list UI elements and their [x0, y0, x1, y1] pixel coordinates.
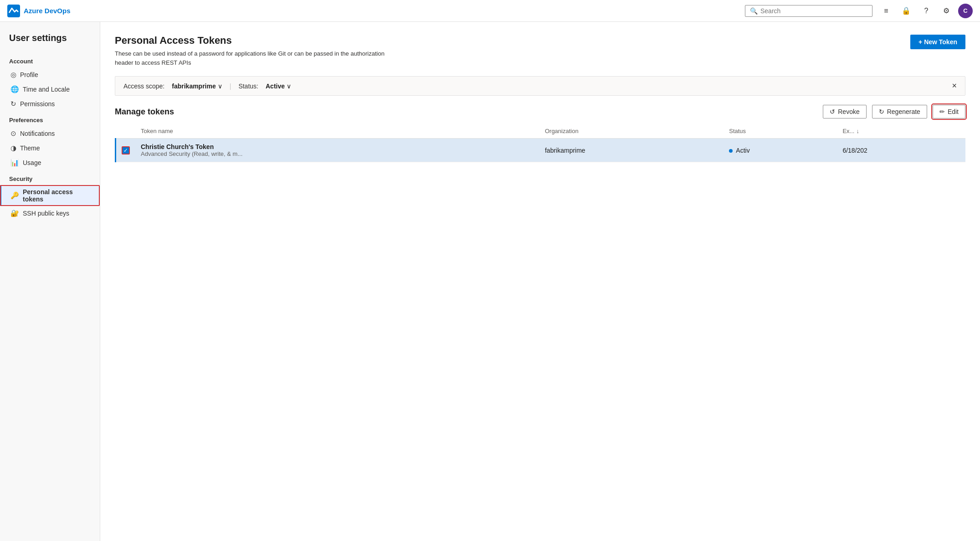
token-table-header-row: Token name Organization Status Ex... ↓ [116, 124, 966, 139]
search-input[interactable] [760, 7, 867, 15]
tasks-icon-button[interactable]: ≡ [878, 3, 894, 19]
notifications-icon: ⊙ [10, 129, 16, 138]
row-status-cell: Activ [723, 139, 837, 162]
status-dropdown[interactable]: Active ∨ [266, 82, 291, 90]
sidebar-item-label-theme: Theme [20, 144, 40, 152]
token-table: Token name Organization Status Ex... ↓ ✓ [115, 124, 965, 162]
sidebar-item-label-profile: Profile [20, 71, 38, 78]
sort-icon: ↓ [856, 128, 859, 134]
sidebar-item-notifications[interactable]: ⊙ Notifications [0, 126, 100, 141]
token-table-head: Token name Organization Status Ex... ↓ [116, 124, 966, 139]
access-scope-dropdown[interactable]: fabrikamprime ∨ [172, 82, 222, 90]
access-scope-chevron-icon: ∨ [218, 82, 222, 90]
permissions-icon: ↻ [10, 100, 16, 108]
token-table-body: ✓ Christie Church's Token Advanced Secur… [116, 139, 966, 162]
page-title: Personal Access Tokens [115, 35, 388, 46]
col-token-name: Token name [135, 124, 539, 139]
col-status: Status [723, 124, 837, 139]
row-checkbox[interactable]: ✓ [122, 146, 130, 155]
page-header: Personal Access Tokens These can be used… [115, 35, 965, 67]
azure-devops-logo-icon [7, 5, 20, 17]
col-checkbox [116, 124, 136, 139]
edit-label: Edit [948, 108, 959, 115]
sidebar-item-personal-access-tokens[interactable]: 🔑 Personal access tokens [0, 185, 100, 206]
sidebar-item-usage[interactable]: 📊 Usage [0, 155, 100, 170]
help-icon-button[interactable]: ? [918, 3, 934, 19]
access-scope-value: fabrikamprime [172, 82, 215, 90]
revoke-icon: ↺ [830, 108, 835, 115]
sidebar-item-label-time-locale: Time and Locale [23, 86, 70, 93]
sidebar-item-label-notifications: Notifications [20, 130, 55, 137]
row-checkbox-cell[interactable]: ✓ [116, 139, 136, 162]
page-subtitle: These can be used instead of a password … [115, 49, 388, 67]
regenerate-button[interactable]: ↻ Regenerate [872, 105, 927, 119]
table-row[interactable]: ✓ Christie Church's Token Advanced Secur… [116, 139, 966, 162]
filter-separator: | [230, 82, 231, 90]
sidebar-item-permissions[interactable]: ↻ Permissions [0, 97, 100, 111]
status-dot-icon [729, 149, 733, 153]
sidebar-section-account: Account [0, 52, 100, 67]
status-value: Active [266, 82, 285, 90]
sidebar-item-label-permissions: Permissions [20, 100, 55, 108]
regenerate-label: Regenerate [887, 108, 920, 115]
usage-icon: 📊 [10, 159, 19, 167]
filter-bar: Access scope: fabrikamprime ∨ | Status: … [115, 76, 965, 96]
personal-access-tokens-icon: 🔑 [10, 191, 19, 200]
tasks-icon: ≡ [884, 7, 888, 15]
col-expiry[interactable]: Ex... ↓ [837, 124, 965, 139]
sidebar-item-label-personal-access-tokens: Personal access tokens [23, 188, 91, 203]
token-name: Christie Church's Token [141, 143, 534, 150]
regenerate-icon: ↻ [879, 108, 884, 115]
sidebar-item-ssh-public-keys[interactable]: 🔐 SSH public keys [0, 206, 100, 221]
ssh-public-keys-icon: 🔐 [10, 209, 19, 217]
edit-button[interactable]: ✏ Edit [933, 105, 965, 119]
row-token-name-cell: Christie Church's Token Advanced Securit… [135, 139, 539, 162]
token-desc: Advanced Security (Read, write, & m... [141, 150, 534, 157]
main-content: Personal Access Tokens These can be used… [100, 22, 980, 541]
theme-icon: ◑ [10, 144, 16, 152]
expiry-sort: Ex... ↓ [842, 128, 960, 134]
avatar[interactable]: C [958, 4, 973, 18]
sidebar-item-profile[interactable]: ◎ Profile [0, 67, 100, 82]
filter-close-button[interactable]: × [952, 81, 957, 91]
help-icon: ? [924, 7, 929, 15]
search-box[interactable]: 🔍 [745, 5, 872, 17]
access-scope-label: Access scope: [123, 82, 164, 90]
sidebar: User settings Account ◎ Profile 🌐 Time a… [0, 22, 100, 541]
sidebar-item-time-locale[interactable]: 🌐 Time and Locale [0, 82, 100, 97]
brand-logo[interactable]: Azure DevOps [7, 5, 71, 17]
sidebar-item-theme[interactable]: ◑ Theme [0, 141, 100, 155]
sidebar-section-preferences: Preferences [0, 111, 100, 126]
lock-icon: 🔒 [902, 6, 911, 15]
edit-icon: ✏ [939, 108, 945, 115]
status-chevron-icon: ∨ [287, 82, 291, 90]
row-expiry-cell: 6/18/202 [837, 139, 965, 162]
manage-tokens-title: Manage tokens [115, 107, 817, 117]
lock-icon-button[interactable]: 🔒 [898, 3, 914, 19]
search-icon: 🔍 [750, 7, 758, 15]
status-label: Status: [238, 82, 258, 90]
sidebar-item-label-usage: Usage [23, 159, 41, 166]
settings-icon-button[interactable]: ⚙ [938, 3, 954, 19]
time-locale-icon: 🌐 [10, 85, 19, 93]
layout: User settings Account ◎ Profile 🌐 Time a… [0, 22, 980, 541]
revoke-label: Revoke [838, 108, 859, 115]
profile-icon: ◎ [10, 71, 16, 79]
sidebar-title: User settings [0, 33, 100, 52]
brand-name: Azure DevOps [24, 7, 71, 15]
revoke-button[interactable]: ↺ Revoke [823, 105, 866, 119]
sidebar-item-label-ssh-public-keys: SSH public keys [23, 210, 69, 217]
topnav-icons: ≡ 🔒 ? ⚙ C [878, 3, 973, 19]
row-organization-cell: fabrikamprime [539, 139, 723, 162]
page-header-text: Personal Access Tokens These can be used… [115, 35, 388, 67]
manage-tokens-header: Manage tokens ↺ Revoke ↻ Regenerate ✏ Ed… [115, 105, 965, 119]
sidebar-section-security: Security [0, 170, 100, 185]
settings-gear-icon: ⚙ [943, 6, 949, 15]
row-status: Activ [736, 147, 749, 154]
top-navigation: Azure DevOps 🔍 ≡ 🔒 ? ⚙ C [0, 0, 980, 22]
col-organization: Organization [539, 124, 723, 139]
new-token-button[interactable]: + New Token [910, 35, 965, 49]
